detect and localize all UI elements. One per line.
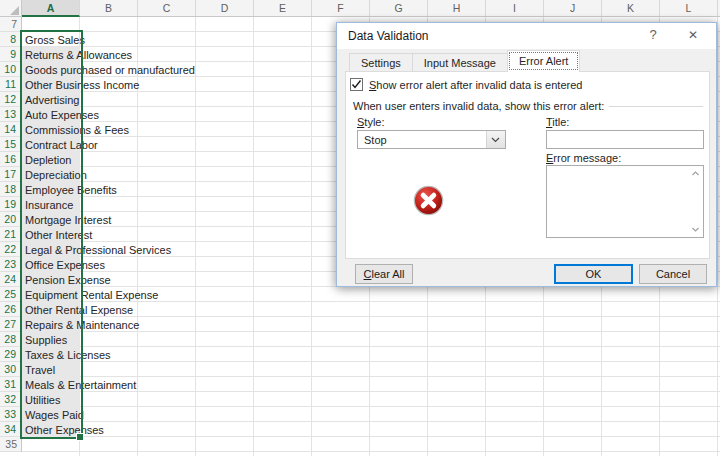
row-header-32[interactable]: 32 xyxy=(0,392,22,407)
row-header-34[interactable]: 34 xyxy=(0,422,22,437)
checkmark-icon xyxy=(351,79,362,90)
row-header-13[interactable]: 13 xyxy=(0,107,22,122)
style-dropdown-value: Stop xyxy=(364,132,387,148)
error-message-textarea[interactable] xyxy=(547,166,703,237)
excel-window: ABCDEFGHIJKL 789101112131415161718192021… xyxy=(0,0,720,456)
row-header-31[interactable]: 31 xyxy=(0,377,22,392)
scroll-down-icon[interactable] xyxy=(690,224,701,235)
column-header-F[interactable]: F xyxy=(312,0,370,16)
title-input[interactable] xyxy=(546,130,704,149)
cancel-button[interactable]: Cancel xyxy=(639,264,707,284)
group-etched-line xyxy=(609,106,703,107)
column-header-C[interactable]: C xyxy=(138,0,196,16)
scroll-up-icon[interactable] xyxy=(690,168,701,179)
row-header-10[interactable]: 10 xyxy=(0,62,22,77)
dialog-titlebar[interactable]: Data Validation ? ✕ xyxy=(337,23,716,49)
row-header-25[interactable]: 25 xyxy=(0,287,22,302)
row-header-23[interactable]: 23 xyxy=(0,257,22,272)
column-header-H[interactable]: H xyxy=(428,0,486,16)
row-header-16[interactable]: 16 xyxy=(0,152,22,167)
dialog-title: Data Validation xyxy=(348,29,429,43)
row-header-27[interactable]: 27 xyxy=(0,317,22,332)
group-heading-label: When user enters invalid data, show this… xyxy=(353,100,604,112)
dropdown-button[interactable] xyxy=(486,131,505,148)
column-header-J[interactable]: J xyxy=(544,0,602,16)
help-icon[interactable]: ? xyxy=(638,23,668,47)
column-header-row: ABCDEFGHIJKL xyxy=(0,0,720,17)
row-header-29[interactable]: 29 xyxy=(0,347,22,362)
row-header-7[interactable]: 7 xyxy=(0,17,22,32)
column-header-G[interactable]: G xyxy=(370,0,428,16)
close-icon[interactable]: ✕ xyxy=(678,23,708,47)
error-message-box xyxy=(546,165,704,238)
row-header-22[interactable]: 22 xyxy=(0,242,22,257)
column-header-A[interactable]: A xyxy=(22,0,80,17)
row-header-33[interactable]: 33 xyxy=(0,407,22,422)
error-message-label: Error message: xyxy=(546,152,621,164)
column-header-B[interactable]: B xyxy=(80,0,138,16)
column-header-L[interactable]: L xyxy=(660,0,718,16)
row-header-8[interactable]: 8 xyxy=(0,32,22,47)
row-header-30[interactable]: 30 xyxy=(0,362,22,377)
group-heading: When user enters invalid data, show this… xyxy=(353,100,703,112)
row-header-28[interactable]: 28 xyxy=(0,332,22,347)
row-header-24[interactable]: 24 xyxy=(0,272,22,287)
stop-error-icon xyxy=(413,185,444,216)
chevron-down-icon xyxy=(491,137,500,143)
tab-input-message[interactable]: Input Message xyxy=(412,53,507,72)
row-header-18[interactable]: 18 xyxy=(0,182,22,197)
tab-settings[interactable]: Settings xyxy=(349,53,412,72)
row-header-35[interactable]: 35 xyxy=(0,437,22,452)
fill-handle[interactable] xyxy=(76,433,84,441)
column-header-I[interactable]: I xyxy=(486,0,544,16)
select-all-triangle-icon xyxy=(10,6,19,15)
title-label: Title: xyxy=(546,116,569,128)
row-header-14[interactable]: 14 xyxy=(0,122,22,137)
data-validation-dialog: Data Validation ? ✕ Settings Input Messa… xyxy=(336,22,717,287)
tab-error-alert[interactable]: Error Alert xyxy=(507,50,581,72)
column-header-D[interactable]: D xyxy=(196,0,254,16)
tab-strip: Settings Input Message Error Alert xyxy=(349,50,580,72)
clear-all-button[interactable]: Clear All xyxy=(355,264,413,284)
selection-border xyxy=(20,30,83,439)
show-error-alert-label[interactable]: Show error alert after invalid data is e… xyxy=(369,79,582,91)
show-error-alert-checkbox[interactable] xyxy=(350,78,363,91)
row-header-11[interactable]: 11 xyxy=(0,77,22,92)
row-header-19[interactable]: 19 xyxy=(0,197,22,212)
style-dropdown[interactable]: Stop xyxy=(357,130,506,149)
row-header-9[interactable]: 9 xyxy=(0,47,22,62)
row-header-17[interactable]: 17 xyxy=(0,167,22,182)
row-header-20[interactable]: 20 xyxy=(0,212,22,227)
ok-button[interactable]: OK xyxy=(554,264,633,284)
row-header-21[interactable]: 21 xyxy=(0,227,22,242)
row-header-12[interactable]: 12 xyxy=(0,92,22,107)
column-header-K[interactable]: K xyxy=(602,0,660,16)
row-header-15[interactable]: 15 xyxy=(0,137,22,152)
row-header-26[interactable]: 26 xyxy=(0,302,22,317)
column-header-E[interactable]: E xyxy=(254,0,312,16)
style-label: Style: xyxy=(357,116,385,128)
select-all-button[interactable] xyxy=(0,0,22,16)
